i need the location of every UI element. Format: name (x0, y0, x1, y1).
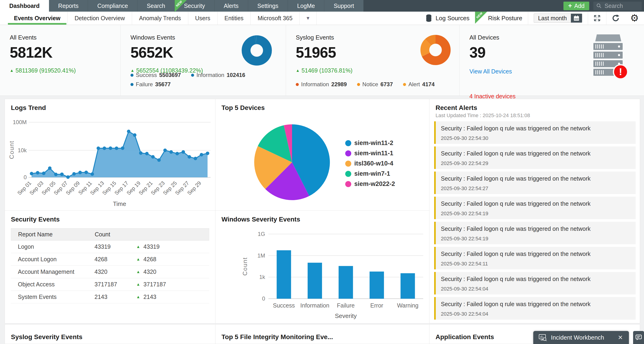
legend-label-siem-win11-1[interactable]: siem-win11-1 (354, 150, 393, 157)
alert-card[interactable]: Security : Failed logon q rule was trigg… (434, 171, 636, 194)
table-row[interactable]: Account Logon4268▲4268 (11, 253, 209, 266)
svg-text:Severity: Severity (335, 312, 357, 319)
svg-text:0: 0 (262, 295, 265, 302)
tab-detection-overview[interactable]: Detection Overview (67, 12, 132, 25)
bar-warning[interactable] (400, 273, 415, 299)
alert-card[interactable]: Security : Failed logon q rule was trigg… (434, 222, 636, 244)
calendar-button[interactable] (571, 14, 582, 23)
report-name-cell: System Events (11, 294, 94, 300)
search-placeholder: Search (604, 3, 623, 9)
breakdown-value: 22989 (331, 81, 347, 88)
svg-text:Sep 29: Sep 29 (186, 180, 202, 196)
report-name-cell: Account Management (11, 268, 94, 275)
table-row[interactable]: System Events2143▲2143 (11, 291, 209, 303)
calendar-icon (573, 15, 580, 21)
refresh-button[interactable] (606, 12, 625, 25)
settings-button[interactable]: ⚙ (625, 12, 644, 25)
alert-card[interactable]: Security : Failed logon q rule was trigg… (434, 297, 636, 320)
up-arrow-icon: ▲ (136, 295, 140, 299)
alert-card[interactable]: Security : Failed logon q rule was trigg… (434, 121, 636, 144)
breakdown-value: 5503697 (159, 72, 181, 78)
tab-microsoft-365[interactable]: Microsoft 365 (250, 12, 300, 25)
alert-timestamp: 2025-09-30 22:54:30 (441, 135, 630, 141)
delta-cell: ▲3717187 (136, 281, 166, 288)
nav-item-support[interactable]: Support (324, 0, 364, 12)
view-all-devices-link[interactable]: View All Devices (470, 68, 512, 75)
nav-item-dashboard[interactable]: Dashboard (0, 0, 49, 12)
legend-label-siem-w2022-2[interactable]: siem-w2022-2 (354, 180, 395, 187)
alert-message: Security : Failed logon q rule was trigg… (441, 226, 630, 232)
chat-button[interactable] (633, 331, 644, 344)
tab-anomaly-trends[interactable]: Anomaly Trends (132, 12, 188, 25)
stats-row: All Events 5812K ▲5811369 (919520.41%) W… (0, 25, 644, 96)
nav-item-logme[interactable]: LogMe (288, 0, 324, 12)
delta-cell: ▲4320 (136, 268, 156, 275)
bar-error[interactable] (370, 271, 384, 299)
alert-card[interactable]: Security : Failed logon q rule was trigg… (434, 247, 636, 269)
log-sources-button[interactable]: Log Sources (420, 12, 475, 25)
alert-message: Security : Failed logon q rule was trigg… (441, 175, 630, 182)
nav-right: + Add Search (564, 0, 644, 12)
windows-events-donut-chart[interactable] (241, 35, 272, 66)
nav-item-search[interactable]: Search (138, 0, 174, 12)
alert-timestamp: 2025-09-30 22:54:04 (441, 286, 630, 292)
bar-failure[interactable] (339, 266, 353, 299)
syslog-severity-panel: Syslog Severity Events (5, 324, 216, 344)
alert-card[interactable]: Security : Failed logon q rule was trigg… (434, 272, 636, 294)
breakdown-item-failure: Failure35677 (130, 81, 171, 88)
syslog-events-donut-chart[interactable] (420, 34, 451, 66)
windows-severity-bar-chart[interactable]: 1G1M1k0SuccessInformationFailureErrorWar… (216, 211, 429, 323)
nav-item-compliance[interactable]: Compliance (88, 0, 138, 12)
legend-dot-icon (345, 171, 351, 177)
close-icon[interactable]: ✕ (617, 334, 624, 341)
svg-text:Success: Success (273, 302, 294, 309)
security-events-table: Report NameCountLogon43319▲43319Account … (11, 228, 209, 303)
expand-button[interactable] (588, 12, 606, 25)
tab-users[interactable]: Users (188, 12, 217, 25)
logs-trend-chart[interactable]: 100M10k0Sep 01Sep 03Sep 05Sep 07Sep 09Se… (5, 99, 215, 210)
table-row[interactable]: Object Access3717187▲3717187 (11, 278, 209, 291)
incident-workbench-bar[interactable]: Incident Workbench ✕ (533, 331, 629, 344)
bar-success[interactable] (277, 250, 291, 299)
breakdown-value: 102416 (226, 72, 245, 78)
new-ribbon: NEW (475, 12, 487, 24)
tab-entities[interactable]: Entities (217, 12, 250, 25)
legend-label-siem-win11-2[interactable]: siem-win11-2 (354, 139, 393, 146)
stat-windows-events: Windows Events 5652K ▲5652554 (11083439.… (121, 25, 286, 96)
table-row[interactable]: Logon43319▲43319 (11, 241, 209, 253)
up-arrow-icon: ▲ (136, 245, 140, 249)
legend-label-itsl360-w10-4[interactable]: itsl360-w10-4 (354, 160, 393, 167)
data-point-sep-18 (133, 133, 136, 137)
alert-card[interactable]: Security : Failed logon q rule was trigg… (434, 197, 636, 219)
risk-posture-button[interactable]: NEW Risk Posture (475, 12, 528, 25)
plus-icon: + (568, 3, 572, 9)
data-point-sep-08 (72, 172, 76, 176)
tab-events-overview[interactable]: Events Overview (7, 12, 67, 25)
table-row[interactable]: Account Management4320▲4320 (11, 266, 209, 278)
add-button[interactable]: + Add (564, 2, 589, 10)
dashboard-tabs: Events OverviewDetection OverviewAnomaly… (7, 12, 300, 25)
nav-item-security[interactable]: NEWSecurity (174, 0, 214, 12)
stat-title: All Events (10, 34, 120, 41)
chat-icon (635, 334, 642, 341)
legend-dot-icon (130, 74, 134, 77)
top5-devices-panel: Top 5 Devices siem-win11-2siem-win11-1it… (215, 99, 430, 211)
alert-card[interactable]: Security : Failed logon q rule was trigg… (434, 146, 636, 169)
global-search-input[interactable]: Search (594, 2, 642, 10)
nav-item-reports[interactable]: Reports (49, 0, 88, 12)
nav-item-alerts[interactable]: Alerts (214, 0, 248, 12)
data-point-sep-22 (157, 158, 161, 162)
data-point-sep-21 (151, 155, 154, 158)
data-point-sep-23 (164, 148, 167, 152)
bar-information[interactable] (308, 263, 322, 299)
panel-title: Recent Alerts (436, 104, 477, 112)
top-nav: DashboardReportsComplianceSearchNEWSecur… (0, 0, 644, 12)
date-range-picker[interactable]: Last month (534, 14, 582, 23)
alert-timestamp: 2025-09-30 22:54:27 (441, 186, 630, 192)
legend-label-siem-win7-1[interactable]: siem-win7-1 (354, 170, 390, 177)
tabs-overflow-caret[interactable]: ▼ (300, 12, 317, 25)
up-arrow-icon: ▲ (136, 282, 140, 287)
svg-text:1M: 1M (258, 252, 265, 259)
top5-devices-pie-chart[interactable]: siem-win11-2siem-win11-1itsl360-w10-4sie… (216, 99, 429, 210)
nav-item-settings[interactable]: Settings (248, 0, 288, 12)
